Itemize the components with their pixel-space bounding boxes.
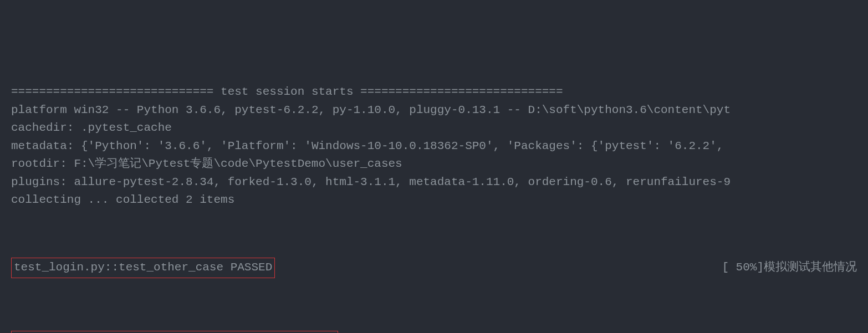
metadata-line: metadata: {'Python': '3.6.6', 'Platform'… xyxy=(11,137,857,156)
rootdir-line: rootdir: F:\学习笔记\Pytest专题\code\PytestDem… xyxy=(11,155,857,173)
test-result-row: test_login.py::TestLogin::test_case_001 … xyxy=(11,330,857,333)
session-starts-line: ============================= test sessi… xyxy=(11,83,857,101)
test-case-highlighted: test_login.py::TestLogin::test_case_001 … xyxy=(11,331,338,333)
platform-line: platform win32 -- Python 3.6.6, pytest-6… xyxy=(11,101,857,120)
test-result-row: test_login.py::test_other_case PASSED [ … xyxy=(11,257,857,279)
cachedir-line: cachedir: .pytest_cache xyxy=(11,119,857,137)
collecting-line: collecting ... collected 2 items xyxy=(11,191,857,209)
test-case-highlighted: test_login.py::test_other_case PASSED xyxy=(11,258,275,278)
test-progress: [ 50%]模拟测试其他情况 xyxy=(711,259,857,277)
terminal-output: ============================= test sessi… xyxy=(11,83,857,209)
plugins-line: plugins: allure-pytest-2.8.34, forked-1.… xyxy=(11,173,857,192)
